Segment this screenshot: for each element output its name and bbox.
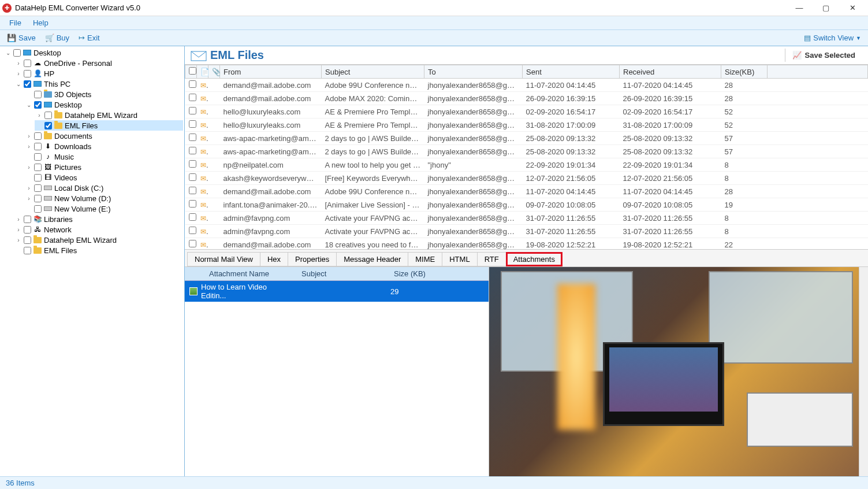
table-row[interactable]: ✉demand@mail.adobe.comAdobe MAX 2020: Co… bbox=[185, 92, 868, 105]
tree-checkbox[interactable] bbox=[34, 132, 42, 140]
col-received[interactable]: Received bbox=[620, 65, 721, 79]
tab-attachments[interactable]: Attachments bbox=[506, 252, 562, 266]
col-to[interactable]: To bbox=[424, 65, 523, 79]
expand-icon[interactable]: › bbox=[25, 132, 32, 139]
row-checkbox[interactable] bbox=[189, 173, 196, 181]
tree-checkbox[interactable] bbox=[34, 184, 42, 192]
tree-node-vold[interactable]: ›New Volume (D:) bbox=[24, 193, 183, 203]
tab-rtf[interactable]: RTF bbox=[477, 252, 506, 266]
row-checkbox[interactable] bbox=[189, 200, 196, 208]
switch-view-button[interactable]: ▤ Switch View ▼ bbox=[799, 32, 866, 43]
tree-node-network[interactable]: ›🖧Network bbox=[14, 224, 183, 235]
table-row[interactable]: ✉demand@mail.adobe.comAdobe 99U Conferen… bbox=[185, 79, 868, 92]
expand-icon[interactable]: › bbox=[15, 226, 22, 233]
collapse-icon[interactable]: ⌄ bbox=[25, 101, 32, 108]
tree-checkbox[interactable] bbox=[24, 247, 31, 254]
table-row[interactable]: ✉aws-apac-marketing@amazo...2 days to go… bbox=[185, 145, 868, 158]
col-subject[interactable]: Subject bbox=[322, 65, 424, 79]
row-checkbox[interactable] bbox=[189, 94, 196, 101]
tree-checkbox[interactable] bbox=[34, 91, 42, 98]
tree-node-datahelp-wizard[interactable]: ›Datahelp EML Wizard bbox=[35, 110, 183, 120]
expand-icon[interactable]: › bbox=[25, 143, 32, 150]
expand-icon[interactable]: › bbox=[15, 70, 22, 77]
tree-node-onedrive[interactable]: › ☁ OneDrive - Personal bbox=[14, 58, 183, 68]
minimize-button[interactable]: — bbox=[786, 0, 813, 16]
tree-checkbox[interactable] bbox=[44, 122, 52, 129]
tree-checkbox[interactable] bbox=[13, 49, 21, 57]
col-size[interactable]: Size(KB) bbox=[721, 65, 768, 79]
tree-checkbox[interactable] bbox=[24, 60, 31, 67]
tree-checkbox[interactable] bbox=[34, 143, 42, 150]
tree-node-3dobjects[interactable]: 3D Objects bbox=[24, 89, 183, 99]
tab-html[interactable]: HTML bbox=[442, 252, 477, 266]
collapse-icon[interactable]: ⌄ bbox=[5, 49, 12, 56]
tree-node-thispc[interactable]: ⌄ This PC bbox=[14, 79, 183, 89]
col-from[interactable]: From bbox=[220, 65, 322, 79]
expand-icon[interactable]: › bbox=[15, 216, 22, 223]
row-checkbox[interactable] bbox=[189, 80, 196, 88]
tree-checkbox[interactable] bbox=[24, 70, 31, 77]
tree-checkbox[interactable] bbox=[34, 153, 42, 161]
attach-col-size[interactable]: Size (KB) bbox=[389, 267, 489, 280]
select-all-checkbox[interactable] bbox=[189, 67, 196, 75]
row-checkbox[interactable] bbox=[189, 160, 196, 168]
tab-properties[interactable]: Properties bbox=[288, 252, 337, 266]
menu-file[interactable]: File bbox=[3, 17, 27, 28]
maximize-button[interactable]: ▢ bbox=[813, 0, 839, 16]
expand-icon[interactable]: › bbox=[25, 164, 32, 171]
row-checkbox[interactable] bbox=[189, 134, 196, 141]
row-checkbox[interactable] bbox=[189, 147, 196, 154]
tree-checkbox[interactable] bbox=[24, 226, 31, 234]
buy-button[interactable]: 🛒 Buy bbox=[40, 32, 74, 43]
table-row[interactable]: ✉hello@luxuryleaks.comAE & Premiere Pro … bbox=[185, 118, 868, 132]
tree-checkbox[interactable] bbox=[24, 80, 31, 88]
table-row[interactable]: ✉akash@keywordseverywhere....[Free] Keyw… bbox=[185, 172, 868, 185]
tree-checkbox[interactable] bbox=[24, 216, 31, 223]
table-row[interactable]: ✉np@neilpatel.comA new tool to help you … bbox=[185, 158, 868, 172]
expand-icon[interactable]: › bbox=[25, 195, 32, 202]
tree-checkbox[interactable] bbox=[34, 205, 42, 213]
expand-icon[interactable]: › bbox=[36, 112, 43, 118]
tab-message-header[interactable]: Message Header bbox=[336, 252, 408, 266]
collapse-icon[interactable]: ⌄ bbox=[15, 80, 22, 87]
tree-checkbox[interactable] bbox=[34, 195, 42, 202]
tree-node-videos[interactable]: 🎞Videos bbox=[24, 172, 183, 183]
table-row[interactable]: ✉admin@favpng.comActivate your FAVPNG ac… bbox=[185, 212, 868, 225]
tree-node-localc[interactable]: ›Local Disk (C:) bbox=[24, 183, 183, 193]
attach-col-subject[interactable]: Subject bbox=[297, 267, 389, 280]
tree-checkbox[interactable] bbox=[34, 164, 42, 171]
col-sent[interactable]: Sent bbox=[523, 65, 620, 79]
col-flag[interactable]: 📄 bbox=[197, 65, 208, 79]
tab-mime[interactable]: MIME bbox=[408, 252, 442, 266]
row-checkbox[interactable] bbox=[189, 240, 196, 247]
expand-icon[interactable]: › bbox=[15, 236, 22, 243]
table-row[interactable]: ✉aws-apac-marketing@amazo...2 days to go… bbox=[185, 132, 868, 145]
tree-node-libraries[interactable]: ›📚Libraries bbox=[14, 214, 183, 224]
tab-normal[interactable]: Normal Mail View bbox=[187, 252, 260, 266]
expand-icon[interactable]: › bbox=[15, 60, 22, 66]
tree-checkbox[interactable] bbox=[34, 101, 42, 109]
tree-node-eml-files[interactable]: EML Files bbox=[35, 120, 183, 131]
tree-node-datahelp-wizard2[interactable]: ›Datahelp EML Wizard bbox=[14, 235, 183, 245]
col-checkbox[interactable] bbox=[185, 65, 197, 79]
tree-node-desktop[interactable]: ⌄ Desktop bbox=[3, 47, 183, 58]
tree-node-hp[interactable]: › 👤 HP bbox=[14, 68, 183, 79]
row-checkbox[interactable] bbox=[189, 107, 196, 114]
attachment-row[interactable]: How to Learn Video Editin... 29 bbox=[185, 281, 489, 302]
table-row[interactable]: ✉demand@mail.adobe.com18 creatives you n… bbox=[185, 238, 868, 250]
tree-node-desktop2[interactable]: ⌄ Desktop bbox=[24, 99, 183, 110]
tree-node-music[interactable]: ♪Music bbox=[24, 151, 183, 162]
tree-checkbox[interactable] bbox=[24, 236, 31, 244]
row-checkbox[interactable] bbox=[189, 227, 196, 234]
preview-scrollbar[interactable] bbox=[859, 267, 868, 476]
tree-checkbox[interactable] bbox=[44, 112, 52, 119]
row-checkbox[interactable] bbox=[189, 187, 196, 194]
tree-node-pictures[interactable]: ›🖼Pictures bbox=[24, 162, 183, 172]
save-selected-button[interactable]: 📈 Save Selected bbox=[785, 49, 862, 62]
tree-node-documents[interactable]: ›Documents bbox=[24, 131, 183, 141]
expand-icon[interactable]: › bbox=[25, 184, 32, 191]
menu-help[interactable]: Help bbox=[27, 17, 54, 28]
tree-node-eml-files2[interactable]: EML Files bbox=[14, 245, 183, 255]
row-checkbox[interactable] bbox=[189, 213, 196, 221]
exit-button[interactable]: ↦ Exit bbox=[74, 32, 105, 43]
